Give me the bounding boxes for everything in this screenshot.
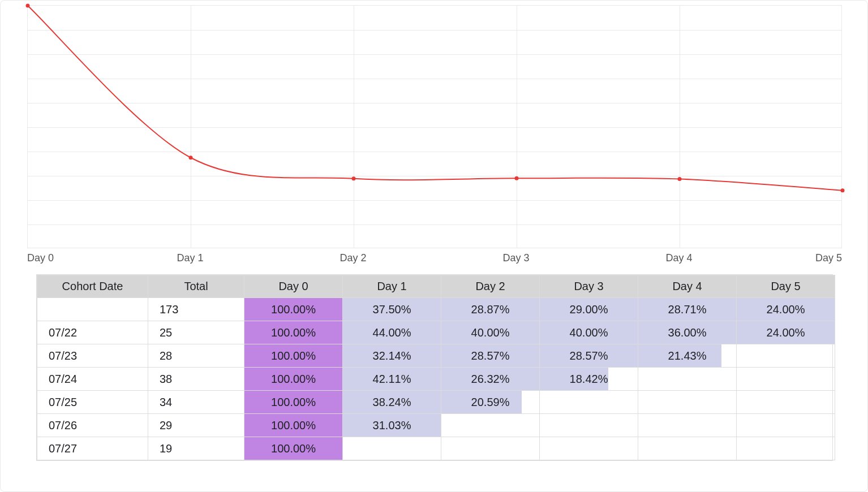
svg-point-5: [841, 188, 845, 192]
retention-cell: 44.00%: [343, 321, 441, 344]
total-cell: 29: [148, 414, 244, 437]
table-row: 173100.00%37.50%28.87%29.00%28.71%24.00%: [37, 298, 835, 321]
svg-point-1: [189, 156, 193, 159]
retention-cell: [540, 414, 638, 437]
column-header[interactable]: Cohort Date: [37, 275, 148, 298]
cohort-date-cell: 07/27: [37, 437, 148, 460]
table-row: 07/2629100.00%31.03%: [37, 414, 835, 437]
retention-cell: 100.00%: [244, 414, 343, 437]
column-header[interactable]: Day 4: [638, 275, 737, 298]
retention-cell: 40.00%: [441, 321, 540, 344]
cohort-date-cell: [37, 298, 148, 321]
column-header[interactable]: Day 0: [244, 275, 343, 298]
table-row: 07/2225100.00%44.00%40.00%40.00%36.00%24…: [37, 321, 835, 344]
cohort-table: Cohort DateTotalDay 0Day 1Day 2Day 3Day …: [36, 274, 833, 461]
x-axis-tick-label: Day 3: [502, 252, 529, 264]
table-header-row: Cohort DateTotalDay 0Day 1Day 2Day 3Day …: [37, 275, 835, 298]
retention-cell: 28.87%: [441, 298, 540, 321]
retention-cell: 24.00%: [737, 298, 835, 321]
retention-cell: 26.32%: [441, 368, 540, 391]
cohort-retention-panel: Day 0Day 1Day 2Day 3Day 4Day 5 Cohort Da…: [0, 0, 868, 492]
table-row: 07/2719100.00%: [37, 437, 835, 460]
retention-cell: [737, 414, 835, 437]
retention-cell: [638, 368, 737, 391]
table-row: 07/2534100.00%38.24%20.59%: [37, 391, 835, 414]
retention-cell: 100.00%: [244, 298, 343, 321]
retention-cell: [737, 368, 835, 391]
x-axis-tick-label: Day 4: [665, 252, 692, 264]
x-axis-tick-label: Day 2: [340, 252, 366, 264]
retention-cell: [638, 437, 737, 460]
table-row: 07/2438100.00%42.11%26.32%18.42%: [37, 368, 835, 391]
total-cell: 38: [148, 368, 244, 391]
retention-cell: [737, 437, 835, 460]
retention-cell: [540, 391, 638, 414]
total-cell: 28: [148, 344, 244, 368]
svg-point-3: [515, 176, 519, 180]
retention-cell: [540, 437, 638, 460]
retention-cell: 24.00%: [737, 321, 835, 344]
column-header[interactable]: Day 2: [441, 275, 540, 298]
cohort-date-cell: 07/25: [37, 391, 148, 414]
column-header[interactable]: Day 1: [343, 275, 441, 298]
retention-cell: 100.00%: [244, 321, 343, 344]
retention-cell: [638, 391, 737, 414]
retention-cell: 28.71%: [638, 298, 737, 321]
svg-point-4: [678, 177, 682, 181]
retention-cell: 31.03%: [343, 414, 441, 437]
column-header[interactable]: Day 3: [540, 275, 638, 298]
retention-cell: 42.11%: [343, 368, 441, 391]
total-cell: 173: [148, 298, 244, 321]
retention-cell: [737, 344, 835, 368]
svg-point-2: [352, 176, 356, 180]
retention-cell: [737, 391, 835, 414]
retention-cell: 20.59%: [441, 391, 540, 414]
retention-cell: 36.00%: [638, 321, 737, 344]
retention-cell: 18.42%: [540, 368, 638, 391]
retention-cell: 32.14%: [343, 344, 441, 368]
cohort-date-cell: 07/23: [37, 344, 148, 368]
retention-cell: 100.00%: [244, 344, 343, 368]
retention-cell: 37.50%: [343, 298, 441, 321]
retention-cell: 38.24%: [343, 391, 441, 414]
retention-cell: [343, 437, 441, 460]
retention-cell: 21.43%: [638, 344, 737, 368]
cohort-date-cell: 07/22: [37, 321, 148, 344]
table-row: 07/2328100.00%32.14%28.57%28.57%21.43%: [37, 344, 835, 368]
total-cell: 19: [148, 437, 244, 460]
chart-svg: [28, 6, 843, 249]
retention-cell: 28.57%: [540, 344, 638, 368]
chart-x-axis-labels: Day 0Day 1Day 2Day 3Day 4Day 5: [27, 252, 842, 266]
svg-point-0: [26, 4, 30, 8]
total-cell: 25: [148, 321, 244, 344]
retention-line-chart[interactable]: [27, 5, 842, 248]
retention-cell: 100.00%: [244, 368, 343, 391]
column-header[interactable]: Day 5: [737, 275, 835, 298]
cohort-date-cell: 07/24: [37, 368, 148, 391]
x-axis-tick-label: Day 0: [27, 252, 54, 264]
table-body: 173100.00%37.50%28.87%29.00%28.71%24.00%…: [37, 298, 835, 460]
retention-cell: 28.57%: [441, 344, 540, 368]
retention-cell: [441, 414, 540, 437]
x-axis-tick-label: Day 1: [177, 252, 203, 264]
retention-cell: 40.00%: [540, 321, 638, 344]
retention-cell: 100.00%: [244, 437, 343, 460]
total-cell: 34: [148, 391, 244, 414]
x-axis-tick-label: Day 5: [815, 252, 842, 264]
retention-cell: [441, 437, 540, 460]
retention-cell: 100.00%: [244, 391, 343, 414]
retention-cell: [638, 414, 737, 437]
column-header[interactable]: Total: [148, 275, 244, 298]
retention-cell: 29.00%: [540, 298, 638, 321]
cohort-date-cell: 07/26: [37, 414, 148, 437]
